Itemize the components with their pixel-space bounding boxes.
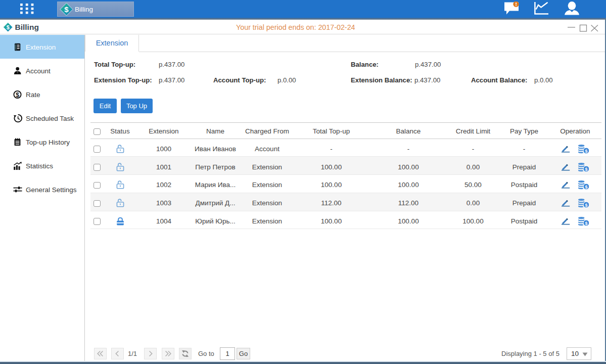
svg-text:$: $	[585, 203, 587, 208]
svg-text:$: $	[16, 91, 19, 98]
svg-text:$: $	[64, 5, 69, 14]
svg-text:$: $	[585, 220, 587, 225]
svg-text:$: $	[585, 148, 587, 153]
svg-text:$: $	[585, 166, 587, 171]
svg-text:$: $	[6, 24, 9, 30]
svg-text:$: $	[585, 185, 587, 190]
